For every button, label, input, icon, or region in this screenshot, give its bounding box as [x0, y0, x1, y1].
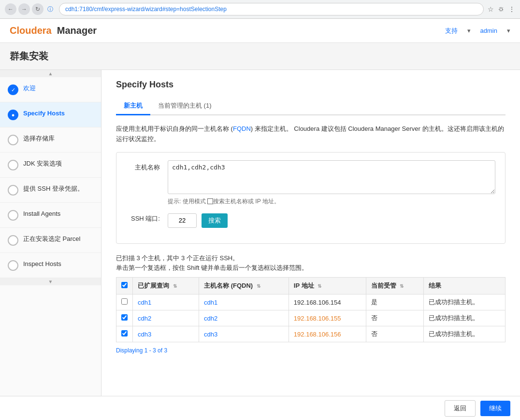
col-header-fqdn[interactable]: 主机名称 (FQDN) ⇅ — [199, 278, 289, 294]
sidebar-item-install-parcel[interactable]: 正在安装选定 Parcel — [0, 228, 101, 253]
sort-icon-fqdn: ⇅ — [257, 283, 260, 289]
status-line2: 单击第一个复选框，按住 Shift 键并单击最后一个复选框以选择范围。 — [116, 263, 506, 273]
sidebar-scroll-up[interactable]: ▲ — [0, 70, 101, 77]
fqdn-link[interactable]: FQDN — [233, 125, 251, 132]
form-section: 主机名称 cdh1,cdh2,cdh3 提示: 使用模式 搜索主机名称或 IP … — [116, 152, 506, 244]
bookmark-star-icon[interactable]: ☆ — [488, 5, 494, 13]
back-btn[interactable]: ← — [5, 3, 16, 15]
row1-ip: 192.168.106.154 — [289, 294, 366, 310]
page-title-bar: 群集安装 — [0, 43, 520, 70]
sidebar-label-ssh: 提供 SSH 登录凭据。 — [23, 184, 84, 193]
row3-expanded-query: cdh3 — [133, 326, 199, 342]
continue-button[interactable]: 继续 — [480, 401, 510, 404]
sidebar-label-install-agents: Install Agents — [23, 210, 60, 218]
hostname-label: 主机名称 — [126, 160, 160, 172]
ssh-port-input[interactable]: 22 — [168, 213, 197, 228]
sidebar-icon-ssh — [8, 185, 18, 196]
menu-icon[interactable]: ⋮ — [508, 5, 515, 13]
hosts-table: 已扩展查询 ⇅ 主机名称 (FQDN) ⇅ IP 地址 ⇅ 当前受管 ⇅ — [116, 277, 506, 342]
sidebar-icon-inspect-hosts — [8, 260, 18, 271]
row1-checkbox-cell[interactable] — [116, 294, 133, 310]
sidebar-item-install-agents[interactable]: Install Agents — [0, 203, 101, 228]
row3-fqdn-link[interactable]: cdh3 — [204, 331, 217, 338]
search-button[interactable]: 搜索 — [202, 213, 228, 228]
col-header-ip[interactable]: IP 地址 ⇅ — [289, 278, 366, 294]
row2-checkbox[interactable] — [121, 314, 128, 321]
row1-fqdn-link[interactable]: cdh1 — [204, 299, 217, 306]
row2-checkbox-cell[interactable] — [116, 310, 133, 326]
sidebar-scroll-down[interactable]: ▼ — [0, 278, 101, 285]
sidebar-item-inspect-hosts[interactable]: Inspect Hosts — [0, 253, 101, 278]
nav-buttons: ← → ↻ — [5, 3, 43, 15]
forward-btn[interactable]: → — [18, 3, 30, 15]
tab-new-host[interactable]: 新主机 — [116, 98, 150, 115]
status-text: 已扫描 3 个主机，其中 3 个正在运行 SSH。 单击第一个复选框，按住 Sh… — [116, 253, 506, 274]
reload-btn[interactable]: ↻ — [32, 3, 43, 15]
app-logo: Cloudera Manager — [10, 25, 97, 36]
col-label-managed: 当前受管 — [371, 282, 396, 289]
sidebar-item-specify-hosts[interactable]: ● Specify Hosts — [0, 102, 101, 127]
sidebar-label-welcome: 欢迎 — [23, 84, 36, 93]
table-row: cdh2 cdh2 192.168.106.155 否 已成功扫描主机。 — [116, 310, 506, 326]
sidebar-item-select-storage[interactable]: 选择存储库 — [0, 127, 101, 153]
row3-managed: 否 — [366, 326, 424, 342]
sidebar-label-jdk: JDK 安装选项 — [23, 159, 62, 168]
sidebar-label-specify-hosts: Specify Hosts — [23, 109, 65, 118]
row3-ip-value: 192.168.106.156 — [294, 331, 341, 338]
sidebar: ▲ ✓ 欢迎 ● Specify Hosts 选择存储库 JDK 安装选项 提供… — [0, 70, 101, 403]
row2-ip: 192.168.106.155 — [289, 310, 366, 326]
status-line1: 已扫描 3 个主机，其中 3 个正在运行 SSH。 — [116, 253, 506, 264]
col-header-managed[interactable]: 当前受管 ⇅ — [366, 278, 424, 294]
content-area: Specify Hosts 新主机 当前管理的主机 (1) 应使用主机用于标识自… — [101, 70, 520, 403]
sidebar-item-ssh[interactable]: 提供 SSH 登录凭据。 — [0, 178, 101, 203]
row3-fqdn: cdh3 — [199, 326, 289, 342]
sort-icon-ip: ⇅ — [318, 283, 321, 289]
hostname-textarea[interactable]: cdh1,cdh2,cdh3 — [168, 160, 495, 194]
display-info: Displaying 1 - 3 of 3 — [116, 347, 506, 354]
sidebar-label-install-parcel: 正在安装选定 Parcel — [23, 235, 80, 243]
row3-result: 已成功扫描主机。 — [424, 326, 506, 342]
tab-managed-host[interactable]: 当前管理的主机 (1) — [150, 98, 219, 115]
description-text: 应使用主机用于标识自身的同一主机名称 (FQDN) 来指定主机。 Clouder… — [116, 125, 504, 142]
sidebar-icon-install-parcel — [8, 235, 18, 246]
row3-checkbox[interactable] — [121, 330, 128, 336]
col-header-expanded-query[interactable]: 已扩展查询 ⇅ — [133, 278, 199, 294]
row2-fqdn-link[interactable]: cdh2 — [204, 315, 217, 322]
ssh-row: 22 搜索 — [168, 213, 495, 228]
row1-ip-value: 192.168.106.154 — [294, 299, 341, 306]
row2-fqdn: cdh2 — [199, 310, 289, 326]
hostname-control-wrap: cdh1,cdh2,cdh3 提示: 使用模式 搜索主机名称或 IP 地址。 — [168, 160, 495, 206]
main-layout: ▲ ✓ 欢迎 ● Specify Hosts 选择存储库 JDK 安装选项 提供… — [0, 70, 520, 403]
address-bar[interactable]: cdh1:7180/cmf/express-wizard/wizard#step… — [59, 3, 484, 15]
sidebar-label-select-storage: 选择存储库 — [23, 134, 55, 143]
row1-checkbox[interactable] — [121, 298, 128, 305]
sidebar-item-jdk[interactable]: JDK 安装选项 — [0, 153, 101, 178]
row2-expanded-link[interactable]: cdh2 — [138, 315, 151, 322]
sidebar-icon-jdk — [8, 160, 18, 170]
extensions-icon[interactable]: ⛭ — [498, 5, 505, 13]
admin-link[interactable]: admin — [480, 27, 497, 34]
support-link[interactable]: 支持 — [445, 27, 458, 35]
row1-expanded-link[interactable]: cdh1 — [138, 299, 151, 306]
row3-checkbox-cell[interactable] — [116, 326, 133, 342]
hint-text: 提示: 使用模式 搜索主机名称或 IP 地址。 — [168, 197, 495, 206]
content-title: Specify Hosts — [116, 80, 506, 90]
logo-cloudera: Cloudera — [10, 25, 52, 36]
ssh-port-label: SSH 端口: — [126, 211, 160, 223]
col-header-result: 结果 — [424, 278, 506, 294]
col-label-result: 结果 — [429, 282, 441, 289]
back-button[interactable]: 返回 — [445, 400, 476, 404]
row2-expanded-query: cdh2 — [133, 310, 199, 326]
sidebar-item-welcome[interactable]: ✓ 欢迎 — [0, 77, 101, 102]
browser-chrome: ← → ↻ ⓘ cdh1:7180/cmf/express-wizard/wiz… — [0, 0, 520, 19]
row1-managed: 是 — [366, 294, 424, 310]
app-header: Cloudera Manager 支持 ▾ admin ▾ — [0, 19, 520, 43]
ssh-port-wrap: 22 搜索 — [168, 211, 495, 228]
sidebar-icon-welcome: ✓ — [8, 84, 18, 95]
col-header-checkbox[interactable] — [116, 278, 133, 294]
row3-expanded-link[interactable]: cdh3 — [138, 331, 151, 338]
table-body: cdh1 cdh1 192.168.106.154 是 已成功扫描主机。 — [116, 294, 506, 342]
select-all-checkbox[interactable] — [121, 282, 128, 288]
page-title: 群集安装 — [10, 51, 48, 61]
tabs: 新主机 当前管理的主机 (1) — [116, 98, 506, 115]
